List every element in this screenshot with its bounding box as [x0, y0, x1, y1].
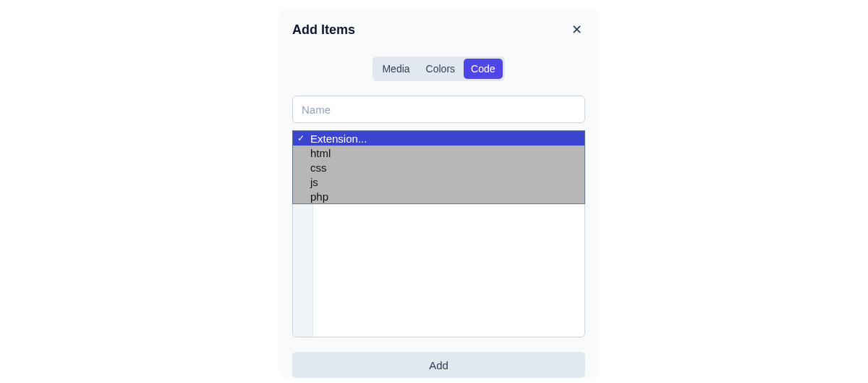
add-button[interactable]: Add — [292, 352, 585, 378]
extension-option-placeholder[interactable]: ✓ Extension... — [293, 131, 584, 146]
tab-media[interactable]: Media — [375, 59, 417, 79]
extension-option-js[interactable]: ✓ js — [293, 174, 584, 189]
modal-title: Add Items — [292, 22, 355, 38]
tab-code[interactable]: Code — [464, 59, 502, 79]
extension-option-css[interactable]: ✓ css — [293, 160, 584, 174]
extension-option-html[interactable]: ✓ html — [293, 146, 584, 160]
form-area: ✓ Extension... ✓ html ✓ css ✓ js ✓ php — [292, 96, 585, 337]
tab-group: Media Colors Code — [373, 56, 504, 81]
add-items-modal: Add Items ✕ Media Colors Code ✓ Extensio… — [281, 9, 597, 374]
close-button[interactable]: ✕ — [569, 20, 585, 39]
name-input[interactable] — [292, 96, 585, 123]
tab-colors[interactable]: Colors — [419, 59, 462, 79]
check-icon: ✓ — [297, 133, 307, 143]
modal-header: Add Items ✕ — [292, 20, 585, 39]
check-icon: ✓ — [297, 177, 307, 187]
check-icon: ✓ — [297, 148, 307, 158]
extension-option-label: php — [307, 190, 328, 203]
modal-footer: Add — [292, 352, 585, 378]
extension-option-php[interactable]: ✓ php — [293, 189, 584, 203]
extension-dropdown: ✓ Extension... ✓ html ✓ css ✓ js ✓ php — [292, 130, 585, 204]
extension-option-label: css — [307, 161, 327, 174]
extension-option-label: Extension... — [307, 132, 367, 145]
extension-option-label: js — [307, 176, 318, 188]
check-icon: ✓ — [297, 191, 307, 201]
extension-option-label: html — [307, 147, 331, 159]
close-icon: ✕ — [571, 22, 582, 37]
check-icon: ✓ — [297, 162, 307, 172]
